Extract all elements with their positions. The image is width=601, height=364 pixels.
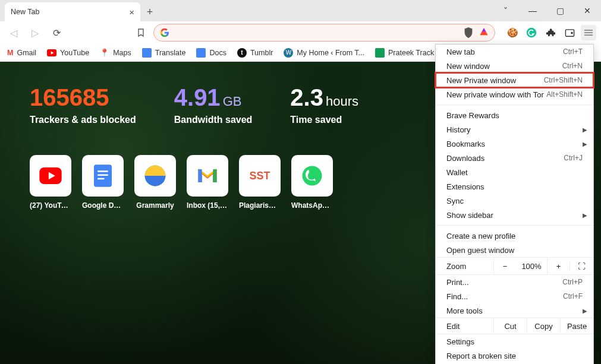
app-menu-button[interactable] [581, 25, 596, 40]
svg-rect-9 [97, 170, 108, 172]
toolbar: ◁ ▷ ⟳ 🍪 [0, 21, 601, 44]
back-button[interactable]: ◁ [5, 24, 23, 42]
edit-copy-button[interactable]: Copy [527, 318, 560, 334]
ext-grammarly-icon[interactable] [524, 25, 539, 40]
bookmark-translate[interactable]: Translate [142, 48, 186, 58]
win-minimize[interactable]: — [519, 0, 546, 21]
menu-brave-rewards[interactable]: Brave Rewards [436, 108, 593, 122]
zoom-value: 100% [516, 262, 547, 271]
zoom-label: Zoom [436, 262, 493, 271]
menu-new-tor-window[interactable]: New private window with TorAlt+Shift+N [436, 87, 593, 102]
extensions-icon[interactable] [543, 25, 558, 40]
bookmark-maps[interactable]: 📍Maps [100, 48, 131, 57]
svg-rect-5 [584, 35, 593, 36]
svg-point-13 [145, 166, 166, 186]
tile-sst[interactable]: SSTPlagiarism ... [239, 155, 281, 210]
tile-docs[interactable]: Google Docs [82, 155, 124, 210]
svg-rect-15 [213, 169, 216, 182]
address-bar[interactable] [153, 24, 495, 42]
edit-cut-button[interactable]: Cut [493, 318, 527, 334]
bookmark-gmail[interactable]: MGmail [7, 49, 36, 57]
edit-label: Edit [436, 318, 493, 334]
menu-new-private-window[interactable]: New Private windowCtrl+Shift+N [436, 73, 593, 87]
menu-sync[interactable]: Sync [436, 194, 593, 208]
tab-title: New Tab [11, 8, 39, 16]
google-icon [160, 28, 169, 37]
menu-print[interactable]: Print...Ctrl+P [436, 275, 593, 289]
tile-youtube[interactable]: (27) YouTube [30, 155, 71, 210]
svg-rect-10 [97, 175, 108, 176]
menu-new-window[interactable]: New windowCtrl+N [436, 59, 593, 73]
bookmark-sheets[interactable]: Prateek Track [375, 48, 434, 58]
menu-downloads[interactable]: DownloadsCtrl+J [436, 151, 593, 165]
svg-rect-11 [97, 178, 104, 180]
menu-history[interactable]: History▶ [436, 122, 593, 137]
menu-guest-window[interactable]: Open guest window [436, 243, 593, 257]
menu-create-profile[interactable]: Create a new profile [436, 229, 593, 243]
svg-point-2 [571, 32, 572, 33]
svg-rect-4 [584, 32, 593, 33]
menu-zoom-row: Zoom − 100% + ⛶ [436, 257, 593, 275]
zoom-in-button[interactable]: + [547, 258, 569, 274]
menu-new-tab[interactable]: New tabCtrl+T [436, 45, 593, 59]
reload-button[interactable]: ⟳ [48, 24, 65, 42]
bookmark-docs[interactable]: Docs [196, 48, 226, 58]
svg-rect-14 [198, 169, 202, 182]
menu-settings[interactable]: Settings [436, 334, 593, 349]
menu-more-tools[interactable]: More tools▶ [436, 303, 593, 318]
win-maximize[interactable]: ▢ [546, 0, 574, 21]
tab-new-tab[interactable]: New Tab × [5, 2, 140, 21]
bookmark-youtube[interactable]: YouTube [47, 49, 89, 57]
app-menu: New tabCtrl+T New windowCtrl+N New Priva… [435, 44, 594, 364]
menu-extensions[interactable]: Extensions [436, 179, 593, 194]
menu-report-broken[interactable]: Report a broken site [436, 349, 593, 363]
wallet-icon[interactable] [562, 25, 577, 40]
menu-bookmarks[interactable]: Bookmarks▶ [436, 137, 593, 151]
svg-point-16 [303, 166, 322, 186]
zoom-out-button[interactable]: − [493, 258, 516, 274]
tile-grammarly[interactable]: Grammarly [134, 155, 176, 210]
forward-button[interactable]: ▷ [26, 24, 44, 42]
menu-wallet[interactable]: Wallet [436, 165, 593, 179]
tab-close-icon[interactable]: × [129, 7, 134, 17]
stat-trackers: 165685 Trackers & ads blocked [30, 84, 136, 125]
brave-rewards-icon[interactable] [479, 27, 489, 38]
bookmark-icon[interactable] [132, 24, 150, 42]
brave-shields-icon[interactable] [464, 27, 473, 38]
stat-bandwidth: 4.91GB Bandwidth saved [174, 84, 253, 125]
win-dropdown[interactable]: ˅ [492, 0, 519, 21]
bookmark-tumblr[interactable]: tTumblr [237, 48, 273, 58]
fullscreen-button[interactable]: ⛶ [569, 262, 593, 271]
tile-gmail[interactable]: Inbox (15,666) [187, 155, 228, 210]
tile-whatsapp[interactable]: WhatsApp ... [291, 155, 333, 210]
menu-show-sidebar[interactable]: Show sidebar▶ [436, 208, 593, 222]
new-tab-button[interactable]: + [140, 2, 159, 21]
bookmark-wordpress[interactable]: WMy Home ‹ From T... [284, 48, 364, 58]
menu-edit-row: Edit Cut Copy Paste [436, 318, 593, 334]
edit-paste-button[interactable]: Paste [560, 318, 593, 334]
menu-find[interactable]: Find...Ctrl+F [436, 289, 593, 303]
win-close[interactable]: ✕ [574, 0, 601, 21]
ext-cookie-icon[interactable]: 🍪 [505, 25, 520, 40]
svg-rect-3 [584, 30, 593, 30]
svg-point-0 [527, 28, 537, 38]
stat-time: 2.3hours Time saved [290, 84, 358, 125]
